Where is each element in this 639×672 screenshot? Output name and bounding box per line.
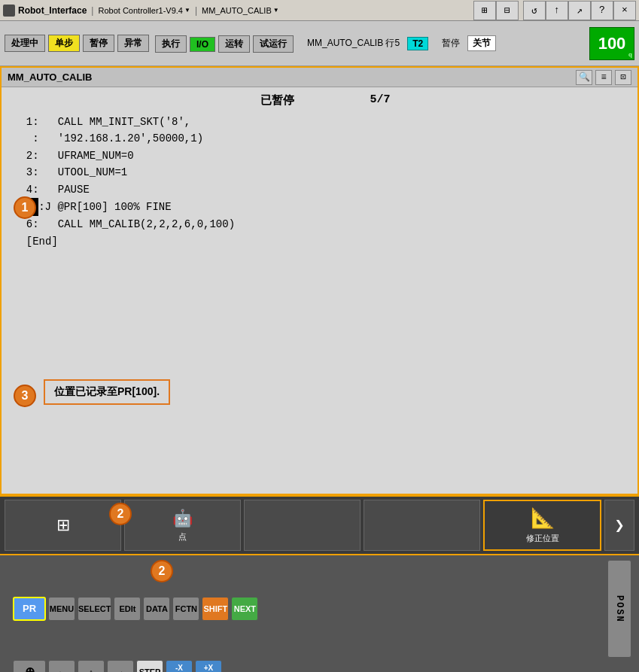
code-line-6: 6: CALL MM_CALIB(2,2,2,6,0,100) [14,216,637,233]
step-button[interactable]: 单步 [48,35,80,52]
badge-2-bottombar: 2 [109,503,132,525]
close-button[interactable]: × [613,1,636,20]
key-shift[interactable]: SHIFT [202,597,229,621]
program-titlebar: MM_AUTO_CALIB 🔍 ≡ ⊡ [2,68,637,87]
key-up[interactable]: ↑ [78,660,105,672]
processing-button[interactable]: 处理中 [5,35,45,52]
status-line: 已暂停 5/7 [14,93,637,108]
zoom-icon[interactable]: 🔍 [576,70,592,85]
empty-button-2 [364,500,480,551]
program-area: MM_AUTO_CALIB 🔍 ≡ ⊡ 已暂停 5/7 1 1: CALL MM… [0,66,639,495]
empty-button-1 [244,500,361,551]
program-name: MM_AUTO_CALIB [8,71,92,83]
robot-add-button[interactable]: 🤖 点 [124,500,241,551]
key-step[interactable]: STEP [136,660,163,672]
key-edit[interactable]: EDIt [114,597,141,621]
code-line-3: 3: UTOOL_NUM=1 [14,164,637,181]
code-line-end: [End] [14,233,637,250]
keyboard-area: 2 PR MENU SELECT EDIt DATA FCTN SHIFT NE… [0,555,639,672]
program-icons: 🔍 ≡ ⊡ [576,70,631,85]
key-plus-x[interactable]: +X(J1) [195,660,222,672]
correct-position-label: 修正位置 [526,533,559,544]
run-button[interactable]: 运转 [218,35,250,53]
speed-display: 100 q [589,27,634,60]
key-menu[interactable]: MENU [48,597,75,621]
key-fctn[interactable]: FCTN [172,597,199,621]
test-run-button[interactable]: 试运行 [253,35,294,53]
statusbar: 处理中 单步 暂停 异常 执行 I/O 运转 试运行 MM_AUTO_CALIB… [0,21,639,66]
chevron-down-icon: ▼ [273,7,279,14]
help-button[interactable]: ? [591,1,613,20]
code-line-5[interactable]: 5:J @PR[100] 100% FINE [14,198,637,216]
program-status-label: MM_AUTO_CALIB 行5 [303,35,404,51]
keyboard-row-2: ⊕ ← ↑ → STEP -X(J1) +X(J1) [8,660,631,672]
page-info: 5/7 [370,93,390,108]
code-area: 已暂停 5/7 1 1: CALL MM_INIT_SKT('8', : '19… [2,87,637,256]
keyboard-row-1: PR MENU SELECT EDIt DATA FCTN SHIFT NEXT… [8,560,631,658]
chevron-down-icon: ▼ [184,7,190,14]
badge-3: 3 [14,385,36,407]
controller-dropdown[interactable]: Robot Controller1-V9.4 ▼ [98,6,190,15]
up-button[interactable]: ↑ [546,1,568,20]
app-icon [3,5,15,17]
split-icon[interactable]: ⊡ [615,70,631,85]
grid-icon: ⊞ [56,515,70,535]
app-name: Robot_Interface [18,5,87,16]
correct-position-button[interactable]: 📐 修正位置 [483,500,601,551]
key-select[interactable]: SELECT [78,597,111,621]
code-line-2: 2: UFRAME_NUM=0 [14,147,637,164]
next-icon: ❯ [614,515,624,536]
robot-add-label: 点 [178,531,187,543]
program-dropdown[interactable]: MM_AUTO_CALIB ▼ [202,6,279,15]
split-view-button[interactable]: ⊟ [496,1,519,20]
io-button[interactable]: I/O [190,37,215,52]
code-line-cont: : '192.168.1.20',50000,1) [14,130,637,147]
titlebar: Robot_Interface | Robot Controller1-V9.4… [0,0,639,21]
grid-button[interactable]: ⊞ [5,500,121,551]
t2-tag: T2 [407,37,428,50]
badge-2-keyboard: 2 [151,560,173,582]
grid-view-button[interactable]: ⊞ [473,1,496,20]
bottom-toolbar: 2 ⊞ 🤖 点 📐 修正位置 ❯ [0,495,639,555]
menu-icon[interactable]: ≡ [595,70,612,85]
key-data[interactable]: DATA [143,597,170,621]
correct-position-icon: 📐 [531,506,555,530]
paused-status: 已暂停 [260,93,294,108]
next-page-button[interactable]: ❯ [604,500,634,551]
execute-button[interactable]: 执行 [155,35,187,53]
error-button[interactable]: 异常 [117,35,149,52]
code-line-4: 4: PAUSE [14,181,637,198]
pause-button[interactable]: 暂停 [83,35,114,52]
pause-tag: 暂停 [437,35,464,51]
key-pr[interactable]: PR [13,597,46,621]
refresh-button[interactable]: ↺ [523,1,546,20]
key-next[interactable]: NEXT [231,597,258,621]
key-posn-right[interactable]: POSN [607,560,631,658]
code-line-1: 1: CALL MM_INIT_SKT('8', [14,114,637,130]
key-minus-x[interactable]: -X(J1) [166,660,193,672]
key-hyundai[interactable]: ⊕ [13,660,46,672]
message-box: 位置已记录至PR[100]. [44,379,170,405]
robot-add-icon: 🤖 [172,509,193,528]
badge-1: 1 [14,196,36,219]
joint-tag: 关节 [467,35,496,51]
key-right[interactable]: → [107,660,134,672]
key-left[interactable]: ← [48,660,75,672]
arrow-icon[interactable]: ↗ [568,1,591,20]
